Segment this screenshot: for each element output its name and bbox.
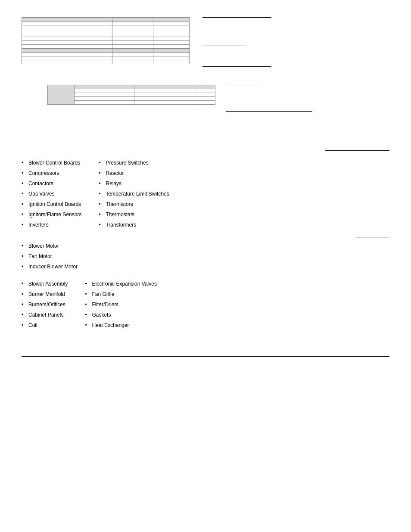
t2-h-c1: [75, 85, 134, 89]
t1-r2-col3: [153, 25, 189, 29]
list-item: Cabinet Panels: [22, 310, 68, 320]
table2-side-text: [226, 85, 312, 112]
t1-r11-col2: [112, 60, 153, 64]
t2-r3-c1: [75, 96, 134, 100]
list-motors-ul: Blower MotorFan MotorInducer Blower Moto…: [22, 241, 389, 272]
t2-h-c2: [134, 85, 194, 89]
two-col-lists: Blower Control BoardsCompressorsContacto…: [22, 158, 389, 230]
t1-r7-col3: [153, 45, 189, 49]
table2-side-line2: [226, 111, 312, 112]
list-item: Blower Motor: [22, 241, 389, 251]
list-item: Inverters: [22, 220, 81, 230]
list-col4-ul: Electronic Expansion ValvesFan GrilleFil…: [85, 279, 157, 330]
list-col-4: Electronic Expansion ValvesFan GrilleFil…: [85, 279, 157, 330]
t2-r1-c2: [134, 89, 194, 93]
table2-wrapper: [47, 85, 215, 105]
page-content: Blower Control BoardsCompressorsContacto…: [22, 17, 389, 357]
list-col-1: Blower Control BoardsCompressorsContacto…: [22, 158, 81, 230]
list-item: Gas Valves: [22, 189, 81, 199]
footer-line: [22, 356, 389, 357]
t1-r0-col1: [22, 18, 112, 22]
t1-r4-col1: [22, 33, 112, 37]
t1-r7-col2: [112, 45, 153, 49]
t2-r4-c1: [75, 100, 134, 104]
list-col1-ul: Blower Control BoardsCompressorsContacto…: [22, 158, 81, 230]
table1-side-text: [202, 17, 271, 72]
list-col-2: Pressure SwitchesReactorRelaysTemperatur…: [99, 158, 169, 230]
t1-r10-col1: [22, 56, 112, 60]
t1-r4-col3: [153, 33, 189, 37]
t1-r4-col2: [112, 33, 153, 37]
side-line-3: [202, 66, 271, 67]
list-item: Fan Motor: [22, 251, 389, 261]
table2-section: [47, 85, 389, 112]
t1-r0-col2: [112, 18, 153, 22]
side-line-2: [202, 46, 246, 46]
list-item: Thermostats: [99, 209, 169, 220]
list-item: Ignitors/Flame Sensors: [22, 209, 81, 220]
list-item: Heat Exchanger: [85, 320, 157, 330]
table1-wrapper: [22, 17, 190, 64]
t1-r8-col2: [112, 49, 153, 53]
motors-list-section: Blower MotorFan MotorInducer Blower Moto…: [22, 241, 389, 272]
t1-r11-col3: [153, 60, 189, 64]
t2-r1-c1: [75, 89, 134, 93]
t1-r3-col1: [22, 29, 112, 33]
side-line-1: [202, 17, 271, 18]
t1-r2-col1: [22, 25, 112, 29]
list-item: Inducer Blower Motor: [22, 261, 389, 272]
table1: [22, 17, 190, 64]
t2-r1-c3: [194, 89, 215, 93]
t2-r3-c3: [194, 96, 215, 100]
t1-r3-col2: [112, 29, 153, 33]
list-item: Electronic Expansion Valves: [85, 279, 157, 289]
table2-header-row: [48, 85, 215, 89]
t1-r0-col3: [153, 18, 189, 22]
list-item: Compressors: [22, 168, 81, 178]
list-item: Contactors: [22, 178, 81, 189]
list-item: Pressure Switches: [99, 158, 169, 168]
t2-r3-c2: [134, 96, 194, 100]
table2-side-line1: [226, 85, 261, 85]
t1-r11-col1: [22, 60, 112, 64]
table1-section: [22, 17, 389, 72]
t1-r1-col2: [112, 22, 153, 25]
t1-r1-col1: [22, 22, 112, 25]
table2: [47, 85, 215, 105]
lists-header-line: [325, 150, 389, 151]
list-item: Coil: [22, 320, 68, 330]
t1-r2-col2: [112, 25, 153, 29]
list-item: Gaskets: [85, 310, 157, 320]
t1-r7-col1: [22, 45, 112, 49]
list-item: Blower Assembly: [22, 279, 68, 289]
t1-r5-col1: [22, 37, 112, 41]
mid-line: [355, 237, 389, 237]
t1-r5-col2: [112, 37, 153, 41]
t2-merged-cell: [48, 89, 75, 104]
list-col3-ul: Blower AssemblyBurner ManifoldBurners/Or…: [22, 279, 68, 330]
t1-r6-col2: [112, 41, 153, 45]
t2-r2-c1: [75, 93, 134, 96]
list-item: Ignition Control Boards: [22, 199, 81, 209]
list-item: Thermistors: [99, 199, 169, 209]
bottom-two-col-lists: Blower AssemblyBurner ManifoldBurners/Or…: [22, 279, 389, 330]
t1-r9-col3: [153, 53, 189, 56]
list-item: Burner Manifold: [22, 289, 68, 299]
t1-r1-col3: [153, 22, 189, 25]
t1-r8-col3: [153, 49, 189, 53]
t1-r10-col2: [112, 56, 153, 60]
list-item: Burners/Orifices: [22, 299, 68, 310]
list-item: Fan Grille: [85, 289, 157, 299]
t2-r2-c2: [134, 93, 194, 96]
list-item: Blower Control Boards: [22, 158, 81, 168]
t2-h-c3: [194, 85, 215, 89]
t2-h-c0: [48, 85, 75, 89]
t1-r5-col3: [153, 37, 189, 41]
t2-r4-c3: [194, 100, 215, 104]
t1-r6-col1: [22, 41, 112, 45]
list-col2-ul: Pressure SwitchesReactorRelaysTemperatur…: [99, 158, 169, 230]
list-item: Temperature Limit Switches: [99, 189, 169, 199]
list-col-3: Blower AssemblyBurner ManifoldBurners/Or…: [22, 279, 68, 330]
table2-row: [48, 89, 215, 93]
list-item: Filter/Driers: [85, 299, 157, 310]
